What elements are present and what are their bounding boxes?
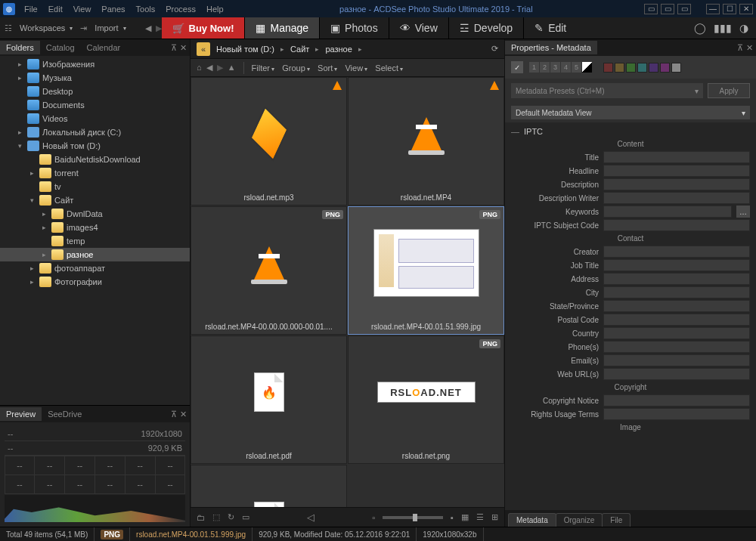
tree-item[interactable]: ▸torrent <box>0 166 190 180</box>
minimize-button[interactable]: — <box>706 4 720 14</box>
close-panel-icon[interactable]: ✕ <box>180 410 187 419</box>
tree-item[interactable]: tv <box>0 180 190 193</box>
menu-view[interactable]: View <box>69 3 96 15</box>
stats-icon[interactable]: ▮▮▮ <box>714 22 732 34</box>
meta-input[interactable] <box>603 341 750 353</box>
tree-item[interactable]: ▸Локальный диск (C:) <box>0 125 190 139</box>
menu-file[interactable]: File <box>20 3 42 15</box>
thumb-large-icon[interactable]: ▪ <box>451 513 454 522</box>
metadata-preset-dropdown[interactable]: Metadata Presets (Ctrl+M)▾ <box>511 83 703 98</box>
import-dropdown[interactable]: Import <box>91 23 129 32</box>
workspaces-dropdown[interactable]: Workspaces <box>17 23 76 32</box>
nav-back-icon[interactable]: ◀ <box>145 23 151 33</box>
thumbnail-grid[interactable]: rsload.net.mp3rsload.net.MP4rsload.net.M… <box>191 77 504 507</box>
mode-manage[interactable]: ▦Manage <box>244 17 319 39</box>
tree-item[interactable]: temp <box>0 234 190 248</box>
close-button[interactable]: ✕ <box>739 4 753 14</box>
view-mode-2-icon[interactable]: ☰ <box>476 512 484 522</box>
tree-item[interactable]: ▸разное <box>0 248 190 261</box>
view-dropdown[interactable]: View <box>345 63 367 73</box>
tree-item[interactable]: ▸Музыка <box>0 71 190 85</box>
meta-input[interactable] <box>603 206 732 218</box>
close-panel-icon[interactable]: ✕ <box>180 43 187 53</box>
metadata-list[interactable]: —IPTC Content TitleHeadlineDescriptionDe… <box>505 122 756 510</box>
sort-dropdown[interactable]: Sort <box>318 63 337 73</box>
pin-icon[interactable]: ⊼ <box>171 410 177 419</box>
up-icon[interactable]: ▲ <box>228 63 236 73</box>
select-dropdown[interactable]: Select <box>375 63 403 73</box>
menu-process[interactable]: Process <box>161 3 200 15</box>
thumbnail[interactable]: rsload.net.MP4 <box>348 77 504 206</box>
thumbnail[interactable]: rsload.net.mp3 <box>191 77 347 206</box>
tree-item[interactable]: ▾Сайт <box>0 193 190 207</box>
three-sixty-icon[interactable]: ◯ <box>694 22 706 34</box>
color-labels[interactable] <box>603 63 681 73</box>
menu-panes[interactable]: Panes <box>97 3 129 15</box>
home-icon[interactable]: ⌂ <box>197 63 202 73</box>
rotate-icon[interactable]: ↻ <box>228 512 234 522</box>
tree-item[interactable]: ▾Новый том (D:) <box>0 139 190 153</box>
thumb-size-slider[interactable] <box>383 516 443 519</box>
layout-grid-icon[interactable]: ☷ <box>5 23 12 33</box>
tab-seedrive[interactable]: SeeDrive <box>42 407 88 421</box>
meta-input[interactable] <box>603 165 750 177</box>
nav-fwd-icon[interactable]: ▶ <box>156 23 162 33</box>
meta-input[interactable] <box>603 286 750 298</box>
pin-icon[interactable]: ⊼ <box>737 43 743 53</box>
rating-buttons[interactable]: 12345 <box>529 62 593 73</box>
meta-input[interactable] <box>603 246 750 258</box>
view-mode-3-icon[interactable]: ⊞ <box>491 512 498 522</box>
tree-item[interactable]: ▸DwnlData <box>0 207 190 221</box>
tree-item[interactable]: ▸фотоаппарат <box>0 261 190 275</box>
crumb-1[interactable]: Сайт <box>290 45 309 54</box>
apply-button[interactable]: Apply <box>708 83 750 98</box>
layout-btn-1[interactable]: ▭ <box>644 4 658 14</box>
menu-tools[interactable]: Tools <box>132 3 160 15</box>
fwd-icon[interactable]: ▶ <box>217 63 223 73</box>
compare-icon[interactable]: ▭ <box>242 512 249 522</box>
meta-input[interactable] <box>603 273 750 285</box>
tab-folders[interactable]: Folders <box>0 41 40 54</box>
close-panel-icon[interactable]: ✕ <box>746 43 753 53</box>
thumbnail[interactable]: rsload.net.MP4-00.01.51.999.jpgPNG <box>348 206 504 335</box>
thumbnail[interactable]: 🔥rsload.net.pdf <box>191 335 347 464</box>
menu-help[interactable]: Help <box>202 3 228 15</box>
tab-catalog[interactable]: Catalog <box>40 41 81 54</box>
mode-edit[interactable]: ✎Edit <box>523 17 577 39</box>
btab-organize[interactable]: Organize <box>556 513 603 527</box>
tree-item[interactable]: Videos <box>0 112 190 125</box>
thumb-small-icon[interactable]: ▫ <box>372 513 375 522</box>
thumbnail[interactable] <box>191 465 347 507</box>
tree-item[interactable]: ▸Изображения <box>0 57 190 71</box>
mode-photos[interactable]: ▣Photos <box>319 17 389 39</box>
btab-file[interactable]: File <box>602 513 631 527</box>
meta-input[interactable] <box>603 300 750 312</box>
folder-tree[interactable]: ▸Изображения▸МузыкаDesktopDocumentsVideo… <box>0 56 190 405</box>
tab-calendar[interactable]: Calendar <box>81 41 127 54</box>
tab-preview[interactable]: Preview <box>0 407 42 421</box>
meta-input[interactable] <box>603 178 750 190</box>
browse-button[interactable]: … <box>736 206 750 218</box>
speaker-icon[interactable]: ◁ <box>307 512 314 523</box>
meta-input[interactable] <box>603 219 750 231</box>
basket-icon[interactable]: 🗀 <box>197 513 205 522</box>
thumbnail[interactable]: rsload.net.MP4-00.00.00.000-00.01....PNG <box>191 206 347 335</box>
tree-item[interactable]: ▸images4 <box>0 221 190 234</box>
filter-dropdown[interactable]: Filter <box>252 63 275 73</box>
tree-item[interactable]: BaiduNetdiskDownload <box>0 153 190 166</box>
meta-input[interactable] <box>603 394 750 407</box>
buy-now-button[interactable]: 🛒Buy Now! <box>162 17 245 39</box>
meta-input[interactable] <box>603 314 750 326</box>
menu-edit[interactable]: Edit <box>44 3 67 15</box>
maximize-button[interactable]: ☐ <box>723 4 736 14</box>
group-dropdown[interactable]: Group <box>282 63 310 73</box>
layout-btn-2[interactable]: ▭ <box>661 4 674 14</box>
tree-item[interactable]: Desktop <box>0 85 190 98</box>
tree-item[interactable]: Documents <box>0 98 190 112</box>
meta-input[interactable] <box>603 259 750 271</box>
metadata-view-dropdown[interactable]: Default Metadata View▾ <box>511 106 750 119</box>
crumb-0[interactable]: Новый том (D:) <box>216 45 274 54</box>
tag-icon[interactable]: ⬚ <box>212 512 220 522</box>
folder-back-icon[interactable]: « <box>197 42 210 56</box>
refresh-icon[interactable]: ⟳ <box>491 44 498 54</box>
